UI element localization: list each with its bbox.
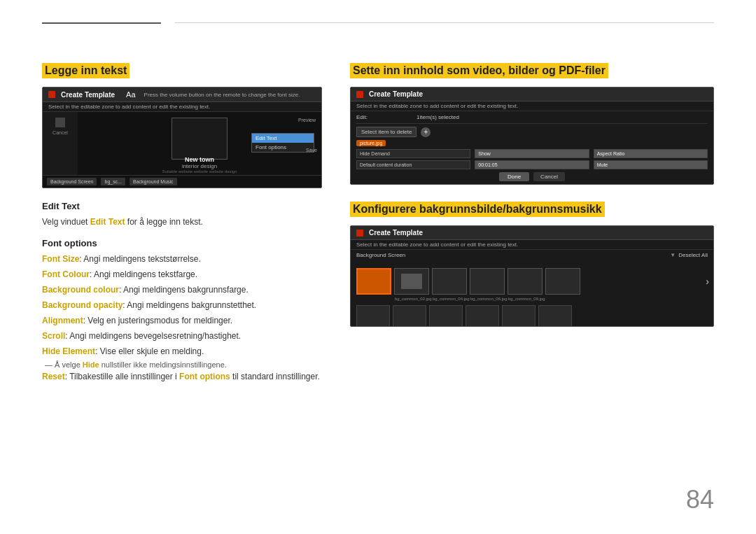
- ct-header-note-left: Press the volume button on the remote to…: [144, 92, 300, 98]
- right-column: Sette inn innhold som video, bilder og P…: [350, 63, 714, 386]
- left-column: Legge inn tekst Create Template Aa Press…: [42, 63, 322, 386]
- edit-text-popup-font-options: Font options: [252, 143, 314, 152]
- right-top-title: Sette inn innhold som video, bilder og P…: [350, 63, 608, 78]
- ct-text-interior: interior design: [162, 163, 237, 169]
- font-options-section: Font options Font Size: Angi meldingens …: [42, 238, 322, 383]
- ct-select-delete-btn[interactable]: Select item to delete: [356, 127, 416, 137]
- ct-text-new-town: New town: [162, 156, 237, 163]
- ct-header-icon-left: [48, 91, 55, 98]
- alignment-item: Alignment: Velg en justeringsmodus for m…: [42, 314, 322, 327]
- font-options-title: Font options: [42, 238, 322, 248]
- ct-form-row1: Hide Demand Show Aspect Ratio: [356, 149, 708, 158]
- ct-header-rb: Create Template: [351, 226, 713, 240]
- ct-bg-thumb-label-3: bg_common_06.jpg: [470, 297, 504, 301]
- ct-edit-value: 1item(s) selected: [416, 114, 708, 120]
- reset-font-options: Font options: [179, 372, 230, 381]
- ct-edit-row: Edit: 1item(s) selected: [356, 114, 708, 120]
- edit-text-popup: Edit Text Font options: [251, 133, 314, 153]
- ct-header-icon-rb: [356, 230, 363, 237]
- ct-chevron-right-icon[interactable]: ›: [706, 276, 709, 287]
- ct-bg-thumb2-1[interactable]: bg_common_01.jpg: [356, 305, 390, 327]
- ct-bg-thumb-1[interactable]: bg_common_02.jpg: [394, 268, 429, 295]
- bg-colour-item: Background colour: Angi meldingens bakgr…: [42, 283, 322, 296]
- ct-bg-thumb2-5[interactable]: bg_common_11.jpg: [502, 305, 536, 327]
- ct-duration-value: 00:01:05: [475, 160, 589, 169]
- ct-btn-bg: bg_sc...: [101, 178, 125, 185]
- ct-text-block: New town interior design Suitable websit…: [162, 156, 237, 174]
- top-divider-right: [175, 22, 714, 23]
- right-bottom-section: Konfigurere bakgrunnsbilde/bakgrunnsmusi…: [350, 202, 714, 327]
- font-colour-label: Font Colour: [42, 269, 90, 279]
- font-size-item: Font Size: Angi meldingens tekststørrels…: [42, 253, 322, 265]
- ct-header-title-rt: Create Template: [369, 90, 423, 98]
- ct-bg-thumb2-4[interactable]: bg_common_07.jpg: [465, 305, 499, 327]
- ct-orange-tag: picture.jpg: [356, 140, 386, 146]
- scroll-item: Scroll: Angi meldingens bevegelsesretnin…: [42, 330, 322, 342]
- font-colour-item: Font Colour: Angi meldingens tekstfarge.: [42, 268, 322, 281]
- edit-text-body: Velg vinduet Edit Text for å legge inn t…: [42, 216, 322, 228]
- bg-opacity-item: Background opacity: Angi meldingens bakg…: [42, 299, 322, 311]
- ct-preview-area: [172, 118, 227, 160]
- right-top-screenshot: Create Template Select in the editable z…: [350, 87, 714, 185]
- ct-save-btn: Save: [306, 148, 317, 153]
- ct-orange-tag-row: picture.jpg: [356, 140, 708, 146]
- edit-text-body-suffix: for å legge inn tekst.: [125, 217, 203, 227]
- ct-bg-thumb-3[interactable]: bg_common_06.jpg: [470, 268, 505, 295]
- ct-sidebar-icon-cancel: [55, 118, 65, 127]
- ct-bg-scroll-row2: bg_common_01.jpg bg_common_02.jpg bg_com…: [351, 302, 713, 327]
- ct-dropdown-icon: ▼: [670, 252, 676, 258]
- ct-bg-thumb-label-1: bg_common_02.jpg: [395, 297, 428, 301]
- ct-bg-thumb2-6[interactable]: bg_commo...: [538, 305, 572, 327]
- scroll-label: Scroll: [42, 331, 65, 341]
- hide-element-item: Hide Element: Vise eller skjule en meldi…: [42, 345, 322, 358]
- ct-plus-btn[interactable]: +: [421, 127, 430, 137]
- edit-text-popup-header: Edit Text: [252, 134, 314, 143]
- ct-deselect-all-btn[interactable]: Deselect All: [678, 252, 708, 258]
- ct-bg-thumb2-2[interactable]: bg_common_02.jpg: [393, 305, 426, 327]
- ct-sub-note-rt: Select in the editable zone to add conte…: [351, 101, 713, 111]
- ct-bg-thumb-label-4: bg_common_09.jpg: [508, 297, 542, 301]
- ct-btn-bg-screen: Background Screen: [47, 178, 97, 185]
- ct-done-btn-rt[interactable]: Done: [499, 172, 529, 181]
- ct-mute-field: Mute: [594, 160, 708, 169]
- left-section-title: Legge inn tekst: [42, 63, 130, 78]
- font-size-label: Font Size: [42, 254, 79, 264]
- ct-bg-scroll-row1: bg_common_02.jpg bg_common_04.jpg bg_com…: [351, 260, 713, 302]
- ct-header-icon-rt: [356, 91, 363, 98]
- left-screenshot: Create Template Aa Press the volume butt…: [42, 87, 322, 188]
- ct-bg-thumb-2[interactable]: bg_common_04.jpg: [432, 268, 467, 295]
- ct-show-field: Show: [475, 149, 589, 158]
- hide-element-label: Hide Element: [42, 346, 95, 356]
- right-bottom-screenshot: Create Template Select in the editable z…: [350, 225, 714, 327]
- reset-item: Reset: Tilbakestille alle innstillinger …: [42, 370, 322, 383]
- ct-select-delete-row: Select item to delete +: [356, 127, 708, 137]
- ct-bg-thumb-4[interactable]: bg_common_09.jpg: [507, 268, 542, 295]
- ct-preview-label: Preview: [298, 118, 316, 122]
- top-divider-left: [42, 22, 161, 24]
- ct-btn-bg-music: Background Music: [130, 178, 177, 185]
- page-container: Legge inn tekst Create Template Aa Press…: [0, 0, 756, 534]
- right-top-section: Sette inn innhold som video, bilder og P…: [350, 63, 714, 185]
- ct-bottom-bar: Background Screen bg_sc... Background Mu…: [43, 175, 321, 188]
- ct-btn-row-rt: Done Cancel: [356, 172, 708, 181]
- ct-bg-thumb-selected[interactable]: [356, 268, 391, 295]
- ct-sidebar-label-cancel: Cancel: [52, 130, 68, 135]
- ct-aspect-ratio-field: Aspect Ratio: [594, 149, 708, 158]
- ct-cancel-btn-rt[interactable]: Cancel: [533, 172, 565, 181]
- alignment-label: Alignment: [42, 316, 83, 325]
- bg-colour-label: Background colour: [42, 285, 119, 295]
- ct-bg-header-row: Background Screen ▼ Deselect All: [351, 250, 713, 260]
- ct-hide-demand-field: Hide Demand: [356, 149, 470, 158]
- ct-form-row2: Default content duration 00:01:05 Mute: [356, 160, 708, 169]
- ct-header-title-left: Create Template: [61, 91, 115, 99]
- ct-header-aa: Aa: [126, 90, 135, 99]
- ct-rt-body: Edit: 1item(s) selected Select item to d…: [351, 111, 713, 184]
- reset-label: Reset: [42, 372, 65, 381]
- ct-bg-thumb-5[interactable]: [545, 268, 580, 295]
- ct-bg-thumb2-3[interactable]: bg_common_03.jpg: [429, 305, 463, 327]
- ct-sub-note-rb: Select in the editable zone to add conte…: [351, 240, 713, 250]
- ct-bg-screen-label: Background Screen: [356, 252, 405, 258]
- edit-text-body-prefix: Velg vinduet: [42, 217, 90, 227]
- ct-bg-thumb-label-2: bg_common_04.jpg: [433, 297, 466, 301]
- ct-header-right-top: Create Template: [351, 87, 713, 101]
